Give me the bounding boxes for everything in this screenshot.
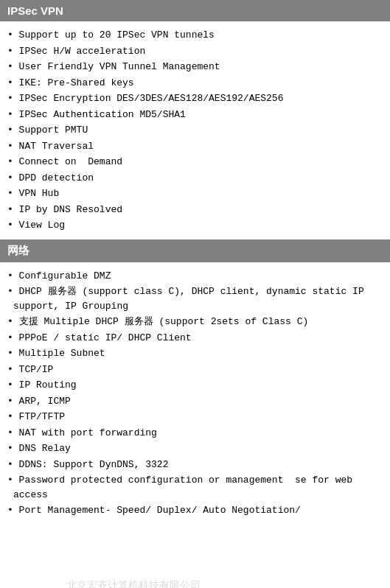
ipsec-vpn-header: IPSec VPN — [0, 0, 390, 21]
list-item: User Friendly VPN Tunnel Management — [7, 59, 383, 75]
list-item: IP Routing — [7, 377, 383, 393]
list-item: IPSec H/W acceleration — [7, 43, 383, 60]
watermark: 北京宏齐计算机科技有限公司 — [66, 579, 201, 589]
list-item: 支援 Multiple DHCP 服务器 (support 2sets of C… — [7, 314, 383, 330]
list-item: Support PMTU — [7, 122, 383, 139]
list-item: IPSec Encryption DES/3DES/AES128/AES192/… — [7, 91, 383, 107]
list-item: Support up to 20 IPSec VPN tunnels — [7, 27, 383, 43]
ipsec-vpn-title: IPSec VPN — [7, 4, 63, 17]
network-content: 北京宏齐计算机科技有限公司 Configurable DMZDHCP 服务器 (… — [0, 262, 390, 525]
ipsec-vpn-list: Support up to 20 IPSec VPN tunnelsIPSec … — [7, 27, 383, 234]
network-list: Configurable DMZDHCP 服务器 (support class … — [7, 268, 383, 519]
list-item: Multiple Subnet — [7, 346, 383, 362]
list-item: Connect on Demand — [7, 154, 383, 170]
list-item: DDNS: Support DynDNS, 3322 — [7, 457, 383, 473]
ipsec-vpn-section: IPSec VPN Support up to 20 IPSec VPN tun… — [0, 0, 390, 239]
network-header: 网络 — [0, 239, 390, 262]
ipsec-vpn-content: Support up to 20 IPSec VPN tunnelsIPSec … — [0, 21, 390, 239]
list-item: DNS Relay — [7, 441, 383, 457]
list-item: ARP, ICMP — [7, 393, 383, 410]
list-item: TCP/IP — [7, 362, 383, 378]
list-item: IKE: Pre-Shared keys — [7, 75, 383, 91]
list-item: FTP/TFTP — [7, 409, 383, 425]
list-item: Port Management- Speed/ Duplex/ Auto Neg… — [7, 503, 383, 519]
list-item: Password protected configuration or mana… — [7, 472, 383, 503]
list-item: DHCP 服务器 (support class C), DHCP client,… — [7, 284, 383, 314]
list-item: VPN Hub — [7, 186, 383, 202]
list-item: PPPoE / static IP/ DHCP Client — [7, 330, 383, 346]
list-item: IPSec Authentication MD5/SHA1 — [7, 107, 383, 123]
page-container: IPSec VPN Support up to 20 IPSec VPN tun… — [0, 0, 390, 525]
list-item: NAT with port forwarding — [7, 425, 383, 441]
list-item: View Log — [7, 217, 383, 234]
list-item: IP by DNS Resolved — [7, 202, 383, 218]
network-title: 网络 — [7, 244, 29, 256]
list-item: DPD detection — [7, 170, 383, 186]
network-section: 网络 北京宏齐计算机科技有限公司 Configurable DMZDHCP 服务… — [0, 239, 390, 525]
list-item: NAT Traversal — [7, 139, 383, 155]
list-item: Configurable DMZ — [7, 268, 383, 284]
